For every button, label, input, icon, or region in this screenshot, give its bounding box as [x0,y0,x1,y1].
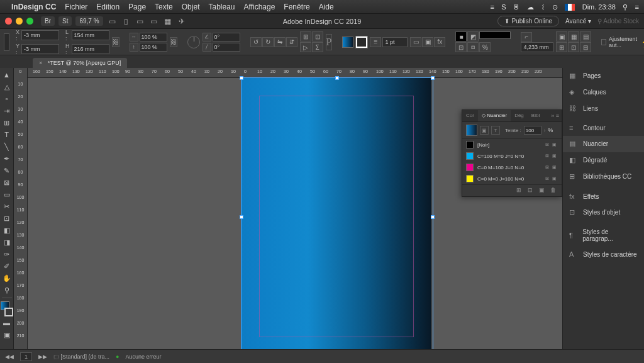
layout-icon[interactable]: ✈ [176,16,187,26]
rotate-cw-button[interactable]: ↻ [262,37,274,47]
tint-field[interactable] [524,126,541,135]
misc-button[interactable]: ⊡ [312,31,323,42]
adobe-stock-search[interactable]: ⚲ Adobe Stock [597,18,639,25]
align-button[interactable]: ▣ [422,37,433,47]
misc-button[interactable]: Σ [312,42,323,52]
h-field[interactable] [72,44,109,54]
fx-button[interactable]: fx [434,37,445,47]
swatch-item[interactable]: C=0 M=100 J=0 N=0 ⊠▣ [462,162,562,173]
fill-toggle[interactable]: ▣ [480,126,489,135]
menu-edition[interactable]: Edition [96,3,119,11]
wrap-button[interactable]: ▤ [580,31,591,42]
dock-panel-contour[interactable]: ≡Contour [563,120,644,136]
panel-tab-gradient[interactable]: Dég [511,110,528,121]
corner-button[interactable]: ◩ [467,31,479,42]
new-swatch-icon[interactable]: ▣ [539,187,547,194]
menu-texte[interactable]: Texte [155,3,173,11]
rectangle-frame-tool[interactable]: ⊠ [1,177,13,188]
stock-button[interactable]: St [58,16,72,26]
panel-tab-color[interactable]: Cor [462,110,478,121]
opt-button[interactable]: ⧈ [467,42,479,52]
minimize-button[interactable] [16,18,23,25]
corner-button[interactable]: ■ [455,31,467,42]
paragraph-icon[interactable]: P [326,34,333,50]
swatch-item[interactable]: C=0 M=0 J=100 N=0 ⊠▣ [462,173,562,184]
y-field[interactable] [21,44,59,54]
panel-tab-swatches[interactable]: ◇ Nuancier [478,110,511,121]
wrap-button[interactable]: ▣ [556,31,567,42]
dock-panel-biblioth-ques-cc[interactable]: ⊞Bibliothèques CC [563,169,644,185]
dock-panel-styles-de-caract-re[interactable]: AStyles de caractère [563,247,644,262]
trash-icon[interactable]: 🗑 [550,187,558,194]
bridge-button[interactable]: Br [41,16,55,26]
gradient-feather-tool[interactable]: ◨ [1,237,13,248]
dock-panel-styles-d-objet[interactable]: ⊡Styles d'objet [563,204,644,221]
notifications-icon[interactable]: ≡ [635,3,639,11]
corner-field[interactable] [521,42,553,52]
workspace-switcher[interactable]: Avancé ▾ [565,18,591,25]
menu-aide[interactable]: Aide [319,3,334,11]
misc-button[interactable]: ⊞ [300,31,311,42]
pen-tool[interactable]: ✒ [1,153,13,164]
flip-h-button[interactable]: ⇋ [274,37,286,47]
selection-tool[interactable]: ▲ [1,69,13,81]
menu-page[interactable]: Page [128,3,146,11]
note-tool[interactable]: ✑ [1,249,13,260]
rotate-ccw-button[interactable]: ↺ [250,37,262,47]
bolt-icon[interactable]: ⚡ [641,36,644,48]
new-swatch-icon[interactable]: ⊡ [528,187,535,194]
apply-color-button[interactable]: ▬ [1,317,13,328]
dock-panel-calques[interactable]: ◈Calques [563,84,644,101]
layout-icon[interactable]: ▭ [135,16,146,26]
layout-icon[interactable]: ▦ [162,16,174,26]
menu-fichier[interactable]: Fichier [65,3,87,11]
stroke-style[interactable] [479,31,511,39]
page-nav-next[interactable]: ▶▶ [38,354,47,360]
eyedropper-tool[interactable]: ✐ [1,260,13,272]
publish-online-button[interactable]: ⬆ Publish Online [497,16,559,26]
wrap-button[interactable]: ⊟ [580,42,591,52]
scale-y-field[interactable] [140,43,167,52]
direct-selection-tool[interactable]: △ [1,81,13,92]
opt-button[interactable]: ⊡ [455,42,467,52]
fill-swatch[interactable] [342,36,353,48]
opt-button[interactable]: % [479,42,491,52]
spread-dropdown[interactable]: ⬚ [Standard] (de tra... [53,354,109,360]
wrap-button[interactable]: ▦ [568,31,579,42]
zoom-button[interactable] [26,18,33,25]
page-nav-prev[interactable]: ◀◀ [5,354,14,360]
document-page[interactable] [242,78,431,349]
swatches-panel[interactable]: Cor ◇ Nuancier Dég Bibl » ≡ ▣ T Teinte :… [462,109,562,197]
layout-icon[interactable]: ▯ [121,16,132,26]
canvas[interactable]: Cor ◇ Nuancier Dég Bibl » ≡ ▣ T Teinte :… [28,78,562,349]
menu-fenetre[interactable]: Fenêtre [284,3,309,11]
preflight-status[interactable]: Aucune erreur [126,354,162,360]
page-field[interactable]: 1 [20,352,32,361]
free-transform-tool[interactable]: ⊡ [1,213,13,224]
link-icon[interactable]: ⛓ [170,37,177,47]
scissors-tool[interactable]: ✂ [1,201,13,212]
gradient-swatch-tool[interactable]: ◧ [1,225,13,236]
layout-icon[interactable]: ▭ [107,16,118,26]
type-tool[interactable]: T [1,129,13,140]
menu-objet[interactable]: Objet [182,3,200,11]
panel-more-icon[interactable]: » ≡ [548,110,562,121]
close-button[interactable] [5,18,12,25]
scale-x-field[interactable] [140,33,167,42]
flip-v-button[interactable]: ⇵ [286,37,297,47]
current-swatch[interactable] [466,125,477,136]
screen-mode-button[interactable]: ▣ [1,329,13,340]
misc-button[interactable]: ▷ [300,42,311,52]
text-toggle[interactable]: T [491,126,500,135]
panel-tab-libraries[interactable]: Bibl [528,110,543,121]
reference-point-grid[interactable] [4,33,9,51]
wrap-button[interactable]: ⊡ [568,42,579,52]
dock-panel-effets[interactable]: fxEffets [563,189,644,204]
stroke-weight-field[interactable] [382,37,408,47]
rotation-field[interactable] [213,33,240,42]
x-field[interactable] [21,30,59,40]
menu-affichage[interactable]: Affichage [244,3,275,11]
pencil-tool[interactable]: ✎ [1,165,13,176]
shear-field[interactable] [213,43,240,52]
hand-tool[interactable]: ✋ [1,272,13,284]
